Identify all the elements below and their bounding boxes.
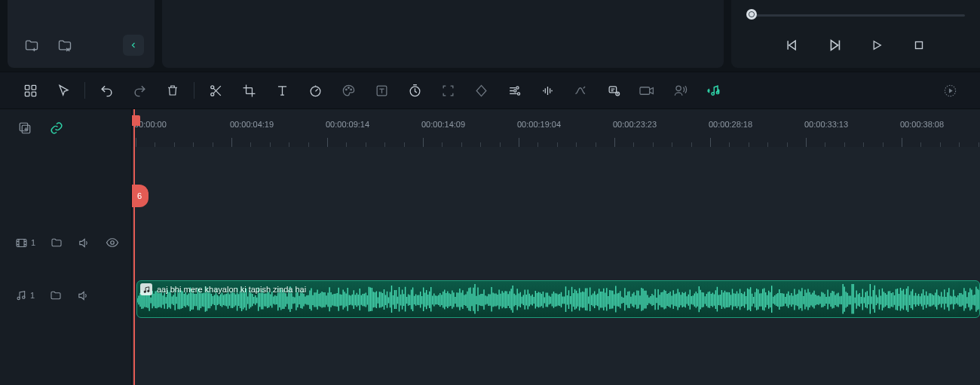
video-track-icon: 1 [15,237,35,249]
svg-rect-29 [20,123,28,131]
svg-rect-31 [17,239,26,246]
time-ruler[interactable]: 00:00:0000:00:04:1900:00:09:1400:00:14:0… [132,109,980,147]
ruler-timestamp: 00:00:28:18 [709,120,752,129]
color-button[interactable] [332,77,365,104]
svg-point-15 [350,89,351,90]
add-folder-button[interactable] [21,35,42,56]
svg-point-13 [345,89,347,90]
svg-rect-21 [609,86,617,92]
playhead[interactable] [133,109,135,385]
link-tracks-button[interactable] [50,121,63,135]
svg-point-36 [147,290,149,292]
previous-frame-button[interactable] [779,32,806,59]
ruler-timestamp: 00:00:23:23 [613,120,657,129]
svg-marker-0 [789,41,795,50]
keyframe-button[interactable] [464,77,498,104]
audio-track-header: 1 [0,277,131,314]
svg-point-32 [111,241,115,245]
next-button[interactable] [863,32,890,59]
svg-point-24 [675,86,680,90]
audio-edit-button[interactable] [531,77,564,104]
fit-button[interactable] [431,77,464,104]
audio-track-icon: 1 [15,289,35,301]
stop-button[interactable] [905,32,933,59]
remove-folder-button[interactable] [54,35,75,56]
svg-rect-8 [25,92,29,96]
video-track-visibility-button[interactable] [106,236,119,249]
marker-label: 6 [137,191,142,200]
svg-point-14 [348,87,349,88]
audio-clip[interactable]: aaj bhi mere khayalon ki tapish zinda ha… [136,280,980,318]
center-preview-panel [162,0,724,68]
separator [194,82,194,99]
audio-track-mute-button[interactable] [77,289,90,302]
audio-track-index: 1 [30,291,35,300]
svg-point-12 [311,86,320,96]
video-track-folder-button[interactable] [51,237,63,249]
redo-button[interactable] [123,77,156,104]
audio-track-folder-button[interactable] [50,289,62,301]
svg-rect-6 [25,85,29,90]
text-button[interactable] [265,77,299,104]
music-icon [140,283,152,295]
top-panels [0,0,980,72]
ruler-timestamp: 00:00:33:13 [804,120,848,129]
svg-point-10 [210,85,213,88]
svg-point-35 [144,291,145,292]
voice-button[interactable] [663,77,697,104]
playhead-handle[interactable] [132,115,140,126]
svg-point-19 [513,89,516,91]
timeline-panel: 1 1 00:00:0000:00:04:1900:00:09:1400:00:… [0,109,980,385]
svg-point-20 [517,92,519,94]
collapse-panel-button[interactable] [123,35,144,56]
duration-button[interactable] [398,77,431,104]
svg-rect-23 [640,87,650,94]
svg-rect-7 [32,85,36,90]
add-track-button[interactable] [18,121,32,135]
slider-track [746,14,965,17]
adjust-button[interactable] [498,77,531,104]
video-track-mute-button[interactable] [78,237,90,249]
delete-button[interactable] [156,77,189,104]
ruler-timestamp: 00:00:19:04 [517,120,561,129]
ruler-timestamp: 00:00:14:09 [421,120,465,129]
playback-panel [731,0,980,68]
separator [84,82,85,99]
panel-layout-button[interactable] [14,77,47,104]
speech-to-text-button[interactable] [597,77,630,104]
progress-slider[interactable] [746,11,965,19]
play-button[interactable] [821,32,848,59]
track-header-column: 1 1 [0,109,132,385]
undo-button[interactable] [90,77,123,104]
record-button[interactable] [630,77,663,104]
svg-rect-9 [32,92,36,96]
track-header-tools [0,109,131,147]
text-effect-button[interactable] [365,77,398,104]
noise-remove-button[interactable] [564,77,597,104]
slider-thumb[interactable] [746,9,757,20]
svg-marker-4 [874,41,880,50]
ruler-timestamp: 00:00:04:19 [230,120,274,129]
svg-marker-2 [831,41,838,50]
clip-title: aaj bhi mere khayalon ki tapish zinda ha… [157,285,306,294]
select-tool-button[interactable] [47,77,80,104]
svg-point-18 [516,86,518,88]
video-track-index: 1 [31,238,35,247]
svg-point-34 [23,296,25,298]
svg-point-11 [210,93,213,96]
tracks-area[interactable]: 00:00:0000:00:04:1900:00:09:1400:00:14:0… [132,109,980,385]
speed-button[interactable] [299,77,332,104]
video-track-header: 1 [0,224,131,261]
ruler-timestamp: 00:00:09:14 [326,120,369,129]
audio-stretch-button[interactable] [697,77,730,104]
playback-controls [731,32,980,59]
crop-button[interactable] [232,77,265,104]
ruler-timestamp: 00:00:38:08 [900,120,944,129]
render-button[interactable] [933,77,966,104]
svg-point-33 [17,297,20,299]
svg-rect-5 [916,42,923,49]
split-button[interactable] [199,77,232,104]
svg-marker-28 [948,88,952,93]
timeline-toolbar [0,72,980,109]
media-bin-panel [8,0,155,68]
